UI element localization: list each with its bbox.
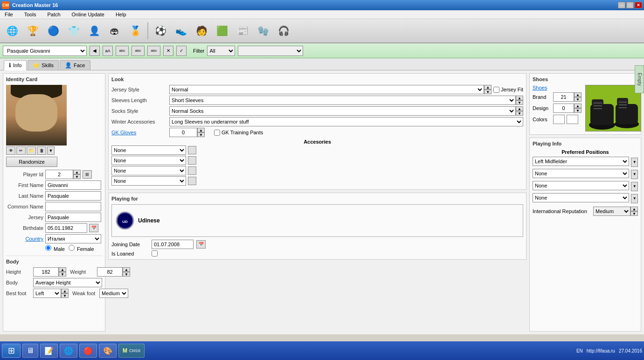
position-select-2[interactable]: None xyxy=(533,169,629,178)
toolbar-barcelona-icon[interactable]: 🔵 xyxy=(44,21,62,40)
gender-female-label[interactable]: Female xyxy=(69,245,94,252)
socks-style-select[interactable]: Normal Socks xyxy=(169,106,516,116)
toolbar-headphones-icon[interactable]: 🎧 xyxy=(274,21,293,40)
pos-1-down[interactable]: ▼ xyxy=(631,158,638,167)
height-input[interactable] xyxy=(33,267,59,277)
country-select[interactable]: Италия xyxy=(45,234,101,243)
photo-arrow-btn[interactable]: ▼ xyxy=(47,146,55,155)
menu-tools[interactable]: Tools xyxy=(22,11,38,18)
player-nav-ab[interactable]: aA xyxy=(103,46,113,56)
toolbar-player-icon[interactable]: 👤 xyxy=(85,21,104,40)
best-foot-select[interactable]: Left xyxy=(33,289,61,298)
player-id-input[interactable]: 2 xyxy=(45,170,73,179)
birthdate-calendar-btn[interactable]: 📅 xyxy=(89,224,98,232)
toolbar-newspaper-icon[interactable]: 📰 xyxy=(233,21,252,40)
joining-date-input[interactable] xyxy=(152,240,194,249)
intl-rep-select[interactable]: Medium xyxy=(593,207,630,216)
shoes-design-down[interactable]: ▼ xyxy=(574,108,582,113)
tab-face[interactable]: 👤 Face xyxy=(60,60,90,70)
shoes-brand-input[interactable] xyxy=(553,92,574,102)
sleeves-up[interactable]: ▲ xyxy=(516,96,523,100)
minimize-button[interactable]: ─ xyxy=(618,2,625,8)
toolbar-manager-icon[interactable]: 🧑 xyxy=(192,21,211,40)
acc-color-2[interactable] xyxy=(188,156,196,165)
intl-rep-up[interactable]: ▲ xyxy=(630,207,638,211)
toolbar-trophy-icon[interactable]: 🏅 xyxy=(126,21,145,40)
toolbar-boots-icon[interactable]: 👟 xyxy=(172,21,190,40)
common-name-input[interactable] xyxy=(45,202,101,211)
body-type-select[interactable]: Average Height xyxy=(33,278,102,287)
menu-online-update[interactable]: Online Update xyxy=(70,11,106,18)
menu-patch[interactable]: Patch xyxy=(45,11,62,18)
gk-gloves-down[interactable]: ▼ xyxy=(197,132,205,137)
gk-training-checkbox[interactable] xyxy=(214,130,220,136)
position-select-3[interactable]: None xyxy=(533,181,629,190)
player-select[interactable]: Pasquale Giovanni xyxy=(3,46,87,56)
position-select-4[interactable]: None xyxy=(533,193,629,202)
gk-gloves-up[interactable]: ▲ xyxy=(197,128,205,132)
toolbar-premier-league-icon[interactable]: 🏆 xyxy=(23,21,42,40)
player-nav-prev[interactable]: ◀ xyxy=(90,46,100,56)
gk-gloves-input[interactable] xyxy=(169,128,197,137)
shoes-brand-down[interactable]: ▼ xyxy=(574,97,582,102)
acc-select-2[interactable]: None xyxy=(111,156,186,165)
pos-3-down[interactable]: ▼ xyxy=(631,182,638,191)
jersey-style-select[interactable]: Normal xyxy=(169,85,484,94)
shoes-brand-up[interactable]: ▲ xyxy=(574,92,582,97)
position-select-1[interactable]: Left Midfielder xyxy=(533,157,629,166)
sleeves-length-select[interactable]: Short Sleeves xyxy=(169,96,516,105)
shoes-design-input[interactable] xyxy=(553,104,574,113)
toolbar-x-btn[interactable]: ✕ xyxy=(163,46,173,56)
acc-color-4[interactable] xyxy=(188,177,196,185)
country-link[interactable]: Country xyxy=(25,236,43,242)
toolbar-pitch-icon[interactable]: 🟩 xyxy=(213,21,231,40)
jersey-style-up[interactable]: ▲ xyxy=(484,85,492,90)
photo-edit-btn[interactable]: ✏ xyxy=(16,146,26,155)
player-id-up[interactable]: ▲ xyxy=(73,170,81,174)
acc-color-1[interactable] xyxy=(188,146,196,154)
toolbar-glove-icon[interactable]: 🧤 xyxy=(254,21,272,40)
player-id-extra-btn[interactable]: ⊞ xyxy=(83,170,92,179)
menu-file[interactable]: File xyxy=(3,11,15,18)
photo-delete-btn[interactable]: 🗑 xyxy=(37,146,46,155)
tab-info[interactable]: ℹ Info xyxy=(4,60,27,70)
acc-select-3[interactable]: None xyxy=(111,166,186,175)
best-foot-up[interactable]: ▲ xyxy=(61,289,69,293)
height-down[interactable]: ▼ xyxy=(59,272,66,277)
toolbar-abc3[interactable]: abc xyxy=(147,46,160,56)
jersey-style-down[interactable]: ▼ xyxy=(484,90,492,94)
gender-male-label[interactable]: Male xyxy=(45,245,65,252)
toolbar-jersey-icon[interactable]: 👕 xyxy=(64,21,83,40)
joining-date-calendar-btn[interactable]: 📅 xyxy=(196,240,206,249)
filter-text-select[interactable] xyxy=(238,46,303,56)
acc-select-1[interactable]: None xyxy=(111,145,186,155)
gk-training-check[interactable]: GK Training Pants xyxy=(214,130,263,136)
intl-rep-down[interactable]: ▼ xyxy=(630,211,638,216)
sleeves-down[interactable]: ▼ xyxy=(516,100,523,105)
shoes-design-up[interactable]: ▲ xyxy=(574,104,582,108)
photo-eye-btn[interactable]: 👁 xyxy=(6,146,15,155)
toolbar-abc1[interactable]: abc xyxy=(116,46,129,56)
filter-select[interactable]: All xyxy=(207,46,235,56)
jersey-fit-checkbox[interactable] xyxy=(493,87,499,93)
toolbar-ball-icon[interactable]: ⚽ xyxy=(151,21,170,40)
player-id-down[interactable]: ▼ xyxy=(73,174,81,179)
best-foot-down[interactable]: ▼ xyxy=(61,293,69,298)
birthdate-input[interactable] xyxy=(45,223,87,233)
maximize-button[interactable]: □ xyxy=(626,2,634,8)
shoes-link[interactable]: Shoes xyxy=(533,85,547,90)
socks-up[interactable]: ▲ xyxy=(516,106,523,111)
pos-4-down[interactable]: ▼ xyxy=(631,194,638,203)
jersey-input[interactable] xyxy=(45,213,101,222)
toolbar-abc2[interactable]: abc xyxy=(132,46,145,56)
shoes-color-1[interactable] xyxy=(553,115,565,124)
toolbar-stadium-icon[interactable]: 🏟 xyxy=(105,21,124,40)
menu-help[interactable]: Help xyxy=(114,11,128,18)
acc-color-3[interactable] xyxy=(188,166,196,175)
last-name-input[interactable] xyxy=(45,191,101,201)
photo-folder-btn[interactable]: 📁 xyxy=(27,146,36,155)
randomize-button[interactable]: Randomize xyxy=(6,157,57,167)
toolbar-check-btn[interactable]: ✓ xyxy=(176,46,187,56)
shoes-color-2[interactable] xyxy=(567,115,578,124)
winter-acc-select[interactable]: Long Sleeves no underarmor stuff xyxy=(169,117,523,126)
